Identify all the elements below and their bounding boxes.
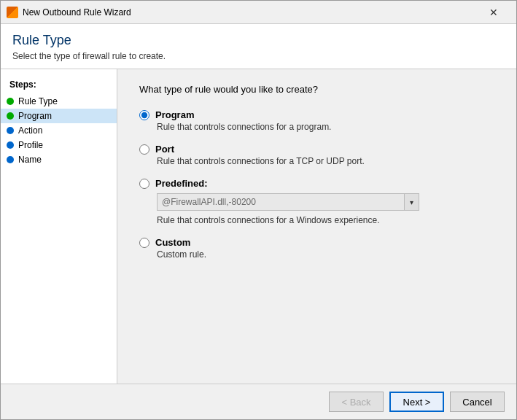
app-icon	[7, 7, 18, 18]
next-button[interactable]: Next >	[389, 392, 444, 412]
option-group-port: Port Rule that controls connections for …	[139, 144, 494, 166]
page-header: Rule Type Select the type of firewall ru…	[1, 24, 516, 69]
window-title: New Outbound Rule Wizard	[23, 7, 477, 18]
sidebar-item-profile[interactable]: Profile	[1, 138, 117, 152]
sidebar-label-name: Name	[18, 155, 42, 165]
dropdown-arrow-icon[interactable]: ▾	[405, 193, 419, 211]
option-row-program: Program	[139, 109, 494, 120]
main-content: What type of rule would you like to crea…	[117, 69, 516, 384]
cancel-button[interactable]: Cancel	[450, 392, 505, 412]
sidebar-label-action: Action	[18, 125, 42, 136]
radio-predefined[interactable]	[139, 179, 149, 189]
close-button[interactable]: ✕	[477, 1, 510, 24]
footer: < Back Next > Cancel	[1, 384, 516, 419]
content-area: Steps: Rule Type Program Action Profile …	[1, 69, 516, 384]
option-group-predefined: Predefined: @FirewallAPI.dll,-80200 ▾ Ru…	[139, 178, 494, 225]
sidebar-item-action[interactable]: Action	[1, 123, 117, 138]
option-group-program: Program Rule that controls connections f…	[139, 109, 494, 132]
title-bar: New Outbound Rule Wizard ✕	[1, 1, 516, 24]
steps-sidebar: Steps: Rule Type Program Action Profile …	[1, 69, 117, 384]
option-label-predefined[interactable]: Predefined:	[155, 178, 208, 189]
option-row-custom: Custom	[139, 237, 494, 248]
predefined-select[interactable]: @FirewallAPI.dll,-80200	[157, 193, 405, 211]
dot-action	[7, 127, 14, 134]
option-desc-port: Rule that controls connections for a TCP…	[157, 156, 494, 166]
page-title: Rule Type	[12, 33, 505, 48]
option-label-program[interactable]: Program	[155, 109, 194, 120]
option-label-custom[interactable]: Custom	[155, 237, 190, 248]
option-desc-program: Rule that controls connections for a pro…	[157, 122, 494, 132]
sidebar-label-program: Program	[18, 111, 52, 121]
back-button[interactable]: < Back	[329, 392, 384, 412]
sidebar-item-name[interactable]: Name	[1, 152, 117, 167]
sidebar-label-rule-type: Rule Type	[18, 96, 58, 106]
radio-program[interactable]	[139, 110, 149, 120]
steps-label: Steps:	[1, 77, 117, 94]
option-row-predefined: Predefined:	[139, 178, 494, 189]
dot-rule-type	[7, 98, 14, 105]
wizard-window: New Outbound Rule Wizard ✕ Rule Type Sel…	[0, 0, 517, 420]
option-desc-custom: Custom rule.	[157, 249, 494, 260]
question-text: What type of rule would you like to crea…	[139, 84, 494, 95]
sidebar-item-rule-type[interactable]: Rule Type	[1, 94, 117, 109]
options-list: Program Rule that controls connections f…	[139, 109, 494, 260]
sidebar-item-program[interactable]: Program	[1, 109, 117, 123]
dot-profile	[7, 141, 14, 149]
option-label-port[interactable]: Port	[155, 144, 174, 155]
dot-name	[7, 156, 14, 163]
predefined-dropdown-row: @FirewallAPI.dll,-80200 ▾	[157, 193, 494, 211]
radio-port[interactable]	[139, 144, 149, 155]
option-row-port: Port	[139, 144, 494, 155]
option-desc-predefined: Rule that controls connections for a Win…	[157, 215, 494, 225]
radio-custom[interactable]	[139, 238, 149, 248]
sidebar-label-profile: Profile	[18, 140, 43, 150]
option-group-custom: Custom Custom rule.	[139, 237, 494, 260]
dot-program	[7, 112, 14, 120]
page-subtitle: Select the type of firewall rule to crea…	[12, 51, 505, 61]
